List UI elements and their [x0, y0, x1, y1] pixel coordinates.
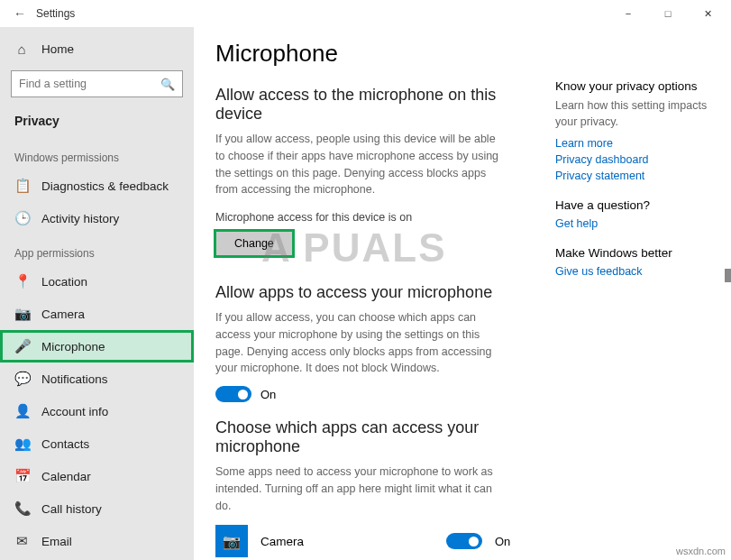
nav-home-label: Home: [41, 42, 74, 56]
choose-apps-desc: Some apps need to access your microphone…: [215, 464, 504, 514]
nav-item-label: Camera: [41, 308, 85, 321]
nav-item-activity-history[interactable]: 🕒Activity history: [0, 202, 194, 234]
app-row-camera: 📷 Camera On: [215, 521, 522, 560]
search-icon: 🔍: [160, 78, 175, 91]
learn-more-link[interactable]: Learn more: [555, 137, 720, 150]
search-input[interactable]: [19, 78, 160, 90]
privacy-options-desc: Learn how this setting impacts your priv…: [555, 98, 720, 130]
nav-item-contacts[interactable]: 👥Contacts: [0, 427, 194, 460]
allow-device-heading: Allow access to the microphone on this d…: [215, 86, 537, 124]
nav-item-call-history[interactable]: 📞Call history: [0, 492, 194, 525]
nav-item-label: Microphone: [41, 340, 105, 353]
nav-item-icon: 🎤: [14, 338, 29, 354]
right-sidebar: Know your privacy options Learn how this…: [555, 27, 731, 560]
nav-item-label: Location: [41, 275, 87, 289]
nav-item-label: Activity history: [41, 212, 119, 225]
minimize-button[interactable]: −: [608, 0, 648, 27]
nav-item-microphone[interactable]: 🎤Microphone: [0, 330, 194, 363]
main-content: Microphone Allow access to the microphon…: [194, 27, 555, 560]
home-icon: ⌂: [14, 41, 29, 57]
nav-item-calendar[interactable]: 📅Calendar: [0, 460, 194, 492]
search-box[interactable]: 🔍: [11, 70, 183, 97]
make-better-heading: Make Windows better: [555, 246, 720, 260]
nav-item-label: Contacts: [41, 437, 89, 451]
nav-item-label: Notifications: [41, 372, 108, 386]
close-button[interactable]: ✕: [688, 0, 727, 27]
scrollbar-thumb[interactable]: [725, 269, 731, 282]
nav-item-notifications[interactable]: 💬Notifications: [0, 363, 194, 395]
nav-item-icon: 💬: [14, 371, 29, 387]
choose-apps-heading: Choose which apps can access your microp…: [215, 418, 537, 456]
nav-item-icon: 👤: [14, 403, 29, 419]
privacy-options-heading: Know your privacy options: [555, 79, 720, 93]
allow-apps-desc: If you allow access, you can choose whic…: [215, 309, 504, 377]
nav-item-icon: 📋: [14, 178, 29, 194]
question-heading: Have a question?: [555, 198, 720, 212]
app-toggle-state: On: [495, 535, 522, 548]
nav-item-camera[interactable]: 📷Camera: [0, 298, 194, 330]
nav-item-icon: 👥: [14, 436, 29, 452]
allow-apps-toggle-label: On: [260, 388, 276, 401]
nav-section-app-permissions: App permissions: [0, 234, 194, 265]
nav-item-label: Diagnostics & feedback: [41, 179, 169, 193]
get-help-link[interactable]: Get help: [555, 217, 720, 230]
app-name: Camera: [260, 535, 434, 548]
nav-item-location[interactable]: 📍Location: [0, 265, 194, 298]
nav-item-icon: ✉: [14, 533, 29, 549]
back-button[interactable]: ←: [7, 6, 32, 21]
left-nav: ⌂ Home 🔍 Privacy Windows permissions 📋Di…: [0, 27, 194, 560]
nav-item-icon: 📷: [14, 306, 29, 322]
nav-item-account-info[interactable]: 👤Account info: [0, 395, 194, 427]
nav-home[interactable]: ⌂ Home: [0, 32, 194, 65]
title-bar: ← Settings − □ ✕: [0, 0, 731, 27]
app-icon: 📷: [215, 525, 248, 557]
change-button[interactable]: Change: [215, 231, 293, 256]
allow-apps-toggle[interactable]: [215, 386, 251, 402]
page-title: Microphone: [215, 40, 537, 68]
nav-item-icon: 📍: [14, 273, 29, 289]
privacy-statement-link[interactable]: Privacy statement: [555, 170, 720, 182]
nav-item-email[interactable]: ✉Email: [0, 525, 194, 557]
nav-item-icon: 🕒: [14, 210, 29, 226]
feedback-link[interactable]: Give us feedback: [555, 265, 720, 278]
maximize-button[interactable]: □: [648, 0, 688, 27]
app-toggle[interactable]: [446, 533, 482, 549]
watermark-site: wsxdn.com: [676, 546, 726, 556]
nav-item-icon: 📅: [14, 468, 29, 484]
nav-section-windows-permissions: Windows permissions: [0, 139, 194, 170]
device-access-status: Microphone access for this device is on: [215, 211, 537, 224]
nav-item-diagnostics-feedback[interactable]: 📋Diagnostics & feedback: [0, 170, 194, 202]
nav-item-label: Call history: [41, 502, 102, 516]
nav-item-label: Calendar: [41, 470, 91, 483]
window-title: Settings: [32, 7, 608, 20]
allow-device-desc: If you allow access, people using this d…: [215, 131, 504, 198]
nav-item-label: Account info: [41, 405, 108, 418]
nav-item-icon: 📞: [14, 500, 29, 517]
nav-item-label: Email: [41, 535, 72, 548]
allow-apps-heading: Allow apps to access your microphone: [215, 283, 537, 302]
privacy-dashboard-link[interactable]: Privacy dashboard: [555, 153, 720, 166]
nav-header: Privacy: [0, 106, 194, 139]
